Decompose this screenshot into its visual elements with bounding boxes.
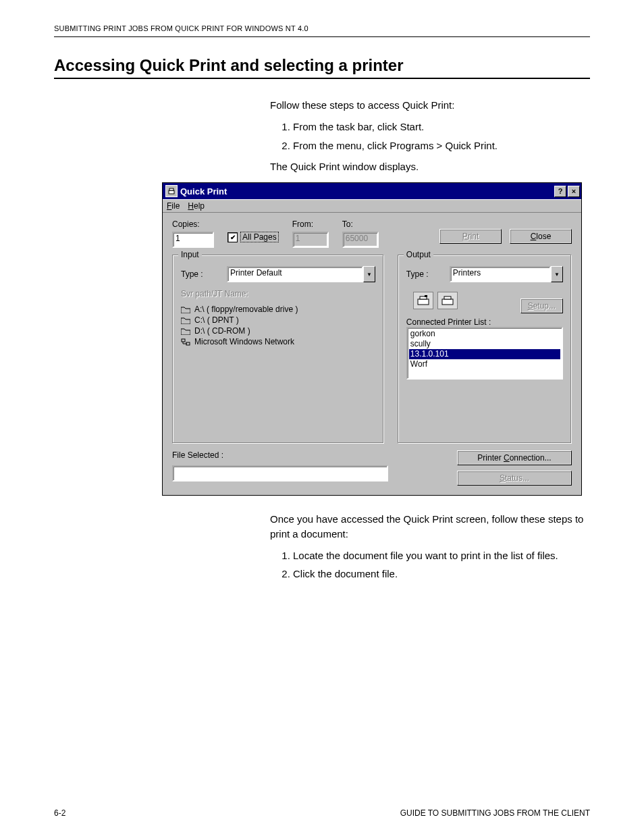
- list-item[interactable]: Worf: [409, 359, 560, 369]
- step-item: Click the document file.: [293, 567, 590, 581]
- page-number: 6-2: [54, 808, 65, 818]
- window-title: Quick Print: [180, 186, 553, 197]
- all-pages-checkbox[interactable]: ✔: [227, 232, 238, 242]
- tree-item-label: A:\ ( floppy/removable drive ): [194, 305, 298, 314]
- step-item: From the menu, click Programs > Quick Pr…: [293, 138, 590, 153]
- setup-button[interactable]: Setup...: [520, 298, 563, 313]
- output-legend: Output: [404, 250, 433, 259]
- drive-tree[interactable]: A:\ ( floppy/removable drive ) C:\ ( DPN…: [181, 304, 375, 347]
- folder-icon: [181, 328, 190, 335]
- titlebar[interactable]: Quick Print ? ×: [163, 183, 581, 199]
- list-item[interactable]: gorkon: [409, 329, 560, 339]
- list-item[interactable]: scully: [409, 339, 560, 349]
- copies-label: Copies:: [172, 219, 214, 229]
- svg-rect-6: [425, 295, 427, 297]
- steps-list-1: From the task bar, click Start. From the…: [270, 120, 590, 153]
- page-footer: 6-2 GUIDE TO SUBMITTING JOBS FROM THE CL…: [54, 804, 590, 818]
- app-icon: [165, 185, 178, 197]
- section-title: Accessing Quick Print and selecting a pr…: [54, 56, 590, 75]
- footer-title: GUIDE TO SUBMITTING JOBS FROM THE CLIENT: [400, 808, 590, 818]
- svg-rect-1: [169, 188, 173, 190]
- output-groupbox: Output Type : Printers ▼: [398, 255, 572, 444]
- printer-icon: [413, 292, 433, 309]
- body-column-2: Once you have accessed the Quick Print s…: [270, 512, 590, 581]
- tree-item[interactable]: D:\ ( CD-ROM ): [181, 325, 375, 336]
- list-item[interactable]: 13.1.0.101: [409, 349, 560, 359]
- close-button[interactable]: Close: [510, 229, 572, 244]
- header-rule: [54, 36, 590, 37]
- help-button[interactable]: ?: [554, 186, 566, 197]
- steps-list-2: Locate the document file you want to pri…: [270, 548, 590, 582]
- output-type-dropdown[interactable]: Printers: [450, 266, 551, 282]
- all-pages-label: All Pages: [240, 232, 279, 242]
- copies-input[interactable]: 1: [172, 232, 214, 248]
- print-button[interactable]: Print: [439, 229, 502, 244]
- status-button[interactable]: Status...: [457, 471, 572, 486]
- from-label: From:: [292, 219, 329, 229]
- printer-icons: [413, 292, 458, 309]
- file-selected-label: File Selected :: [172, 450, 398, 460]
- tree-item[interactable]: C:\ ( DPNT ): [181, 315, 375, 325]
- network-icon: [181, 338, 190, 346]
- tree-item-label: D:\ ( CD-ROM ): [194, 326, 250, 336]
- menubar: File Help: [163, 199, 581, 213]
- after-steps-paragraph: The Quick Print window displays.: [270, 159, 590, 174]
- tree-item[interactable]: A:\ ( floppy/removable drive ): [181, 304, 375, 315]
- body-column-1: Follow these steps to access Quick Print…: [270, 98, 590, 174]
- menu-help[interactable]: Help: [188, 201, 205, 211]
- running-header: SUBMITTING PRINT JOBS FROM QUICK PRINT F…: [54, 24, 590, 32]
- section-rule: [54, 78, 590, 79]
- screenshot: Quick Print ? × File Help Copies: 1 ✔ Al…: [162, 182, 582, 496]
- folder-icon: [181, 317, 190, 324]
- folder-icon: [181, 306, 190, 313]
- output-type-label: Type :: [406, 269, 444, 279]
- step-item: Locate the document file you want to pri…: [293, 548, 590, 563]
- svg-rect-8: [444, 296, 451, 299]
- tree-item-label: Microsoft Windows Network: [194, 337, 294, 346]
- input-legend: Input: [178, 250, 202, 259]
- svr-path-label: Svr path/JT Name:: [181, 289, 375, 298]
- input-type-label: Type :: [181, 269, 221, 279]
- svg-rect-0: [169, 190, 174, 194]
- file-selected-input[interactable]: [172, 465, 388, 481]
- printer-icon: [437, 292, 458, 309]
- svg-rect-4: [418, 299, 429, 305]
- quick-print-window: Quick Print ? × File Help Copies: 1 ✔ Al…: [162, 182, 582, 496]
- intro-paragraph: Follow these steps to access Quick Print…: [270, 98, 590, 113]
- to-label: To:: [342, 219, 379, 229]
- step-item: From the task bar, click Start.: [293, 120, 590, 134]
- input-groupbox: Input Type : Printer Default ▼ Svr path/…: [172, 255, 384, 444]
- printer-connection-button[interactable]: Printer Connection...: [457, 450, 572, 465]
- intro-paragraph-2: Once you have accessed the Quick Print s…: [270, 512, 590, 542]
- connected-printer-label: Connected Printer List :: [406, 317, 563, 327]
- menu-file[interactable]: File: [167, 201, 180, 211]
- printer-listbox[interactable]: gorkon scully 13.1.0.101 Worf: [406, 327, 563, 380]
- svg-rect-7: [442, 299, 453, 305]
- svg-rect-2: [182, 339, 185, 342]
- chevron-down-icon[interactable]: ▼: [551, 266, 563, 282]
- chevron-down-icon[interactable]: ▼: [363, 266, 375, 282]
- to-input[interactable]: 65000: [342, 232, 379, 248]
- from-input[interactable]: 1: [292, 232, 329, 248]
- tree-item[interactable]: Microsoft Windows Network: [181, 336, 375, 347]
- tree-item-label: C:\ ( DPNT ): [194, 315, 239, 325]
- input-type-dropdown[interactable]: Printer Default: [227, 266, 363, 282]
- close-icon[interactable]: ×: [568, 186, 580, 197]
